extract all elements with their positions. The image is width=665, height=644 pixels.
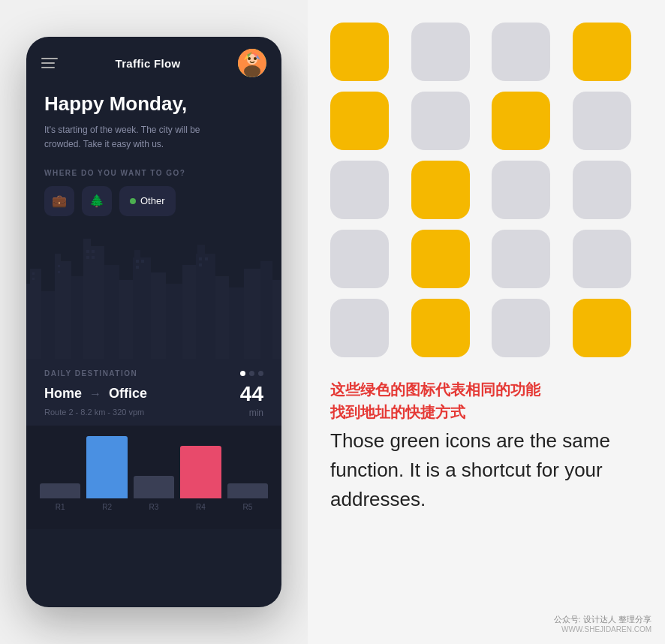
daily-header: DAILY DESTINATION (44, 369, 263, 378)
daily-section: DAILY DESTINATION Home → Office 44 Ro (26, 359, 281, 426)
bar-label: R4 (196, 503, 206, 511)
icon-cell[interactable] (411, 161, 470, 219)
svg-rect-43 (205, 257, 208, 260)
time-unit: min (249, 408, 263, 418)
svg-rect-23 (182, 265, 196, 359)
bar (40, 483, 80, 498)
sub-text: It's starting of the week. The city will… (44, 123, 263, 152)
icon-cell[interactable] (492, 23, 550, 81)
bar-column: R1 (40, 436, 80, 511)
svg-rect-33 (58, 265, 60, 267)
menu-icon[interactable] (41, 58, 58, 68)
bar-label: R5 (242, 503, 252, 511)
route-detail: Route 2 - 8.2 km - 320 vpm (44, 408, 144, 417)
bar-column: R3 (134, 436, 174, 511)
route-to: Office (109, 386, 147, 402)
avatar (238, 49, 266, 77)
icon-cell[interactable] (573, 92, 631, 150)
tree-icon: 🌲 (89, 194, 104, 208)
right-panel: 这些绿色的图标代表相同的功能 找到地址的快捷方式 Those green ico… (308, 0, 665, 644)
icon-cell[interactable] (573, 230, 631, 288)
icon-cell[interactable] (330, 299, 389, 357)
svg-rect-15 (83, 246, 104, 359)
svg-rect-40 (141, 260, 144, 263)
destination-label: WHERE DO YOU WANT TO GO? (44, 169, 263, 177)
icon-cell[interactable] (492, 230, 550, 288)
svg-rect-20 (134, 250, 140, 260)
svg-rect-12 (55, 261, 71, 359)
route-places: Home → Office (44, 386, 147, 402)
destination-buttons: 💼 🌲 Other (44, 186, 263, 216)
icon-cell[interactable] (573, 161, 631, 219)
time-value: 44 (240, 382, 263, 405)
tree-button[interactable]: 🌲 (82, 186, 112, 216)
dot-2 (249, 371, 254, 376)
icon-cell[interactable] (330, 92, 389, 150)
skyline (26, 224, 281, 359)
icon-cell[interactable] (411, 299, 470, 357)
svg-rect-26 (215, 276, 229, 359)
icon-cell[interactable] (492, 299, 550, 357)
bar (86, 436, 127, 498)
other-label: Other (140, 195, 165, 206)
dot-1 (240, 371, 245, 376)
bar-label: R1 (56, 503, 65, 511)
svg-rect-28 (244, 269, 260, 359)
chinese-annotation-line1: 这些绿色的图标代表相同的功能 找到地址的快捷方式 (330, 378, 642, 423)
route-info: Route 2 - 8.2 km - 320 vpm min (44, 408, 263, 418)
phone-header: Traffic Flow (26, 37, 281, 85)
route-from: Home (44, 386, 82, 402)
icon-cell[interactable] (411, 230, 470, 288)
svg-rect-37 (86, 256, 89, 259)
icon-grid (330, 23, 642, 357)
bar-label: R2 (102, 503, 112, 511)
svg-rect-38 (92, 256, 95, 259)
svg-rect-19 (133, 257, 151, 359)
bar (134, 476, 174, 498)
time-display: 44 (240, 384, 263, 405)
location-dot (130, 198, 136, 204)
watermark-line1: 公众号: 设计达人 整理分享 (554, 614, 651, 625)
svg-rect-30 (272, 280, 281, 359)
pagination-dots (240, 371, 263, 376)
svg-rect-17 (104, 265, 119, 359)
svg-rect-24 (196, 254, 215, 359)
svg-rect-41 (136, 266, 139, 269)
icon-cell[interactable] (492, 92, 550, 150)
svg-rect-25 (197, 245, 205, 255)
bar (180, 446, 221, 498)
svg-rect-10 (30, 269, 41, 359)
icon-cell[interactable] (330, 230, 389, 288)
watermark-line2: WWW.SHEJIDAREN.COM (554, 625, 651, 633)
bar-column: R5 (227, 436, 268, 511)
watermark: 公众号: 设计达人 整理分享 WWW.SHEJIDAREN.COM (554, 614, 651, 633)
icon-cell[interactable] (492, 161, 550, 219)
annotation-section: 这些绿色的图标代表相同的功能 找到地址的快捷方式 Those green ico… (330, 375, 642, 514)
other-button[interactable]: Other (119, 186, 176, 216)
svg-point-2 (244, 65, 260, 77)
briefcase-icon: 💼 (52, 194, 67, 208)
route-row: Home → Office 44 (44, 384, 263, 405)
bar-chart: R1R2R3R4R5 (40, 436, 268, 511)
svg-rect-16 (83, 239, 91, 250)
icon-cell[interactable] (573, 299, 631, 357)
svg-rect-44 (199, 263, 202, 266)
svg-rect-39 (136, 260, 139, 263)
bar-column: R4 (180, 436, 221, 511)
svg-rect-18 (119, 280, 133, 359)
icon-cell[interactable] (411, 23, 470, 81)
icon-cell[interactable] (411, 92, 470, 150)
bar (227, 483, 268, 498)
briefcase-button[interactable]: 💼 (44, 186, 74, 216)
icon-cell[interactable] (330, 161, 389, 219)
arrow-icon: → (89, 387, 101, 401)
icon-cell[interactable] (330, 23, 389, 81)
icon-cell[interactable] (573, 23, 631, 81)
svg-rect-11 (41, 291, 55, 359)
app-title: Traffic Flow (116, 57, 181, 70)
svg-rect-36 (92, 250, 95, 253)
bar-column: R2 (86, 436, 127, 511)
svg-rect-29 (260, 261, 272, 359)
daily-title: DAILY DESTINATION (44, 369, 137, 378)
svg-rect-34 (58, 271, 60, 273)
